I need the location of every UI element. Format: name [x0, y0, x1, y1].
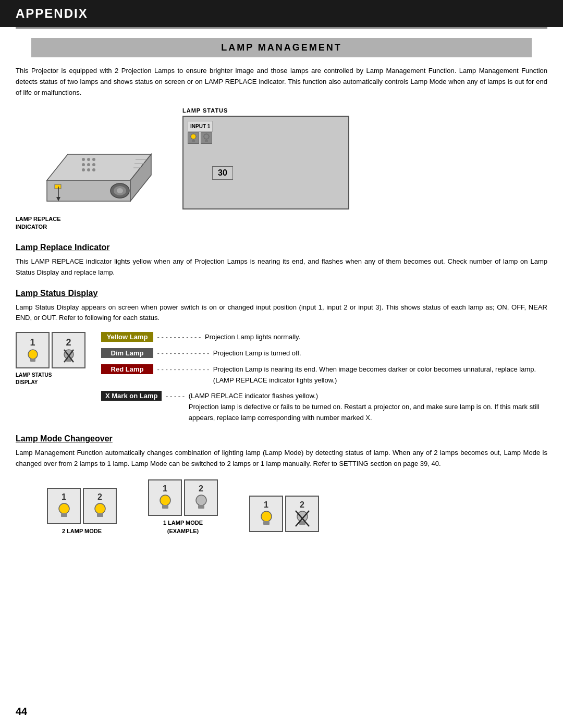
xmark-lamp-badge: X Mark on Lamp [101, 391, 162, 401]
svg-point-10 [87, 168, 90, 171]
lamp-status-display-label: LAMP STATUSDISPLAY [16, 372, 52, 386]
two-lamp-mode-label: 2 LAMP MODE [62, 527, 102, 535]
one-lamp-1b-icon [258, 510, 275, 527]
one-lamp-1a: 1 [148, 479, 182, 516]
red-lamp-description: Projection Lamp is nearing its end. When… [213, 364, 547, 386]
one-lamp-pair-b: 1 2 [249, 496, 319, 532]
two-lamp-2: 2 [83, 488, 117, 524]
two-lamp-mode-group: 1 2 2 LAMP MODE [47, 488, 117, 535]
lamp-mode-heading: Lamp Mode Changeover [16, 434, 547, 443]
lamp-icon-1: 1 [16, 332, 50, 368]
lamp-status-text: Lamp Status Display appears on screen wh… [16, 302, 547, 324]
lamp-replace-heading: Lamp Replace Indicator [16, 243, 547, 252]
svg-rect-32 [61, 513, 67, 517]
svg-rect-24 [205, 140, 208, 142]
svg-rect-38 [198, 505, 204, 509]
status-row-red: Red Lamp - - - - - - - - - - - - - Proje… [101, 364, 547, 386]
lamp-bulb-1-icon [25, 348, 41, 364]
one-lamp-2b: 2 [285, 496, 319, 532]
page-number: 44 [16, 706, 27, 718]
svg-point-8 [92, 163, 95, 166]
projector-diagram: LAMP REPLACEINDICATOR [16, 107, 162, 230]
svg-point-37 [196, 495, 206, 505]
projector-svg [16, 107, 162, 212]
one-lamp-pair-a: 1 2 [148, 479, 218, 516]
one-lamp-1a-icon [156, 493, 174, 511]
svg-point-23 [204, 134, 209, 139]
two-lamp-1-icon [55, 502, 73, 520]
lamp-mode-icons-area: 1 2 2 LAMP MODE [16, 479, 547, 535]
lamp-mode-text: Lamp Management Function automatically c… [16, 448, 547, 470]
two-lamp-2-icon [91, 502, 109, 520]
svg-point-9 [82, 168, 85, 171]
lamp-status-top-label: LAMP STATUS [182, 107, 228, 114]
one-lamp-mode-group-a: 1 2 1 LAMP MODE [148, 479, 218, 535]
svg-point-15 [117, 188, 123, 193]
one-lamp-2b-icon [293, 510, 311, 527]
two-lamp-1: 1 [47, 488, 81, 524]
lamp-mode-section: Lamp Mode Changeover Lamp Management Fun… [16, 434, 547, 535]
svg-point-5 [92, 158, 95, 161]
svg-rect-22 [192, 140, 195, 142]
lamp-icon-2: 2 [52, 332, 85, 368]
svg-point-6 [82, 163, 85, 166]
red-lamp-badge: Red Lamp [101, 364, 153, 374]
main-content: LAMP MANAGEMENT This Projector is equipp… [0, 38, 563, 535]
svg-point-31 [59, 503, 69, 514]
lamp-status-descriptions: Yellow Lamp - - - - - - - - - - - Projec… [101, 332, 547, 424]
intro-paragraph: This Projector is equipped with 2 Projec… [16, 66, 547, 98]
svg-point-7 [87, 163, 90, 166]
section-title-bar: LAMP MANAGEMENT [31, 38, 532, 57]
svg-point-41 [297, 511, 308, 522]
yellow-lamp-description: Projection Lamp lights normally. [205, 332, 547, 343]
lamp-status-heading: Lamp Status Display [16, 289, 547, 298]
lamp-display-left: 1 2 [16, 332, 85, 386]
status-row-dim: Dim Lamp - - - - - - - - - - - - - Proje… [101, 348, 547, 359]
svg-point-39 [261, 511, 272, 522]
svg-point-4 [87, 158, 90, 161]
svg-rect-26 [30, 359, 35, 362]
svg-point-11 [92, 168, 95, 171]
one-lamp-1b: 1 [249, 496, 283, 532]
svg-point-3 [82, 158, 85, 161]
xmark-lamp-description: (LAMP REPLACE indicator flashes yellow.)… [189, 391, 547, 423]
dim-lamp-description: Projection Lamp is turned off. [213, 348, 547, 359]
lamp-replace-indicator-label: LAMP REPLACEINDICATOR [16, 215, 162, 230]
lamp-replace-text: This LAMP REPLACE indicator lights yello… [16, 256, 547, 278]
lamp-status-display-diagram: LAMP STATUS INPUT 1 30 [182, 107, 547, 209]
lamp-status-screen: INPUT 1 30 [182, 116, 349, 209]
svg-rect-12 [55, 184, 61, 189]
section-title: LAMP MANAGEMENT [31, 42, 532, 53]
lamp-bulb-2-icon [61, 348, 77, 364]
header-line [16, 27, 547, 29]
lamp-replace-section: Lamp Replace Indicator This LAMP REPLACE… [16, 243, 547, 278]
status-row-yellow: Yellow Lamp - - - - - - - - - - - Projec… [101, 332, 547, 343]
two-lamp-pair: 1 2 [47, 488, 117, 524]
one-lamp-2a-icon [192, 493, 210, 511]
page-header: APPENDIX [0, 0, 563, 27]
diagram-area: LAMP REPLACEINDICATOR LAMP STATUS INPUT … [16, 107, 547, 230]
svg-point-35 [160, 495, 170, 505]
lamp-status-icons-area: 1 2 [16, 332, 547, 424]
svg-point-25 [28, 350, 38, 359]
svg-point-21 [191, 134, 196, 139]
dim-lamp-badge: Dim Lamp [101, 348, 153, 358]
appendix-title: APPENDIX [16, 6, 88, 21]
yellow-lamp-badge: Yellow Lamp [101, 332, 153, 342]
lamp-status-section: Lamp Status Display Lamp Status Display … [16, 289, 547, 424]
one-lamp-2a: 2 [184, 479, 218, 516]
svg-rect-36 [162, 505, 168, 509]
screen-number: 30 [212, 166, 233, 180]
one-lamp-mode-label-a: 1 LAMP MODE(Example) [163, 519, 203, 535]
svg-point-33 [95, 503, 105, 514]
svg-rect-40 [263, 521, 270, 525]
one-lamp-mode-group-b: 1 2 [249, 496, 319, 535]
lamp-display-icons: 1 2 [16, 332, 85, 368]
status-row-xmark: X Mark on Lamp - - - - - (LAMP REPLACE i… [101, 391, 547, 423]
svg-rect-34 [97, 513, 103, 517]
